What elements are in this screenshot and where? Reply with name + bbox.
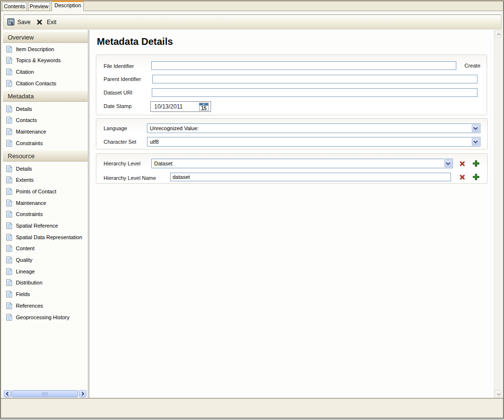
svg-text:15: 15 (201, 106, 207, 111)
